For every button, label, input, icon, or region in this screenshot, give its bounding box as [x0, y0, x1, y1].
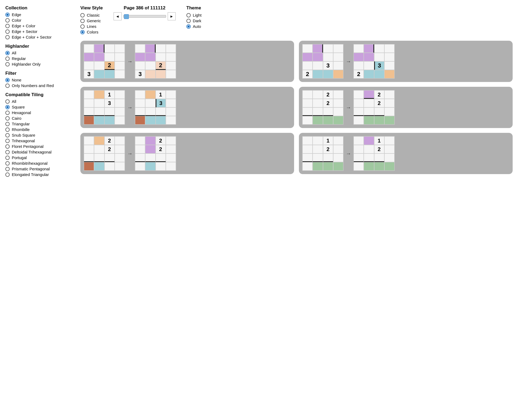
radio-tiling-portugal	[5, 156, 10, 160]
tiling-cairo[interactable]: Cairo	[5, 116, 75, 121]
cell	[166, 53, 176, 61]
collection-color-label: Color	[12, 18, 21, 22]
cell	[364, 145, 374, 153]
cell: 3	[104, 99, 115, 107]
cell: 3	[156, 99, 166, 107]
cell	[135, 116, 145, 125]
tiling-all[interactable]: All	[5, 99, 75, 104]
cell: 1	[374, 136, 384, 145]
radio-filter-none	[5, 78, 10, 82]
cell	[156, 153, 166, 162]
cell	[313, 162, 323, 171]
tiling-rhombitrihexagonal[interactable]: Rhombitrihexagonal	[5, 161, 75, 166]
cell	[166, 145, 176, 153]
cell	[104, 107, 115, 116]
cell	[323, 162, 333, 171]
cell	[115, 145, 125, 153]
prev-button[interactable]: ◄	[114, 12, 122, 20]
tiling-square-label: Square	[12, 105, 25, 109]
view-classic[interactable]: Classic	[80, 13, 103, 17]
cell	[104, 162, 115, 171]
tiling-snub-square-label: Snub Square	[12, 133, 35, 137]
view-lines[interactable]: Lines	[80, 24, 103, 29]
radio-edge-color-sector	[5, 35, 10, 39]
highlander-all[interactable]: All	[5, 51, 75, 55]
cell	[302, 99, 313, 107]
cell	[115, 116, 125, 125]
cell	[94, 162, 104, 171]
cell	[333, 145, 343, 153]
highlander-only[interactable]: Highlander Only	[5, 62, 75, 66]
puzzle-pair-3: 1 3 →	[84, 90, 176, 125]
tiling-portugal[interactable]: Portugal	[5, 155, 75, 160]
arrow-2: →	[346, 58, 351, 65]
tiling-elongated[interactable]: Elongated Triangular	[5, 172, 75, 177]
cell	[364, 90, 374, 99]
next-button[interactable]: ►	[168, 12, 176, 20]
view-generic[interactable]: Generic	[80, 18, 103, 23]
tiling-rhombille-label: Rhombille	[12, 127, 30, 132]
highlander-regular[interactable]: Regular	[5, 56, 75, 61]
cell	[166, 136, 176, 145]
puzzle-2-left: 3 2	[302, 44, 344, 79]
cell	[166, 153, 176, 162]
cell: 1	[156, 90, 166, 99]
cell: 2	[323, 145, 333, 153]
collection-edge[interactable]: Edge	[5, 12, 75, 17]
cell: 2	[156, 61, 166, 70]
collection-edge-color[interactable]: Edge + Color	[5, 24, 75, 28]
cell	[145, 61, 155, 70]
cell	[84, 99, 94, 107]
tiling-floret[interactable]: Floret Pentagonal	[5, 144, 75, 149]
cell	[384, 90, 395, 99]
radio-tiling-deltoidal	[5, 150, 10, 154]
view-style-title: View Style	[80, 5, 103, 11]
tiling-hexagonal-label: Hexagonal	[12, 110, 31, 115]
tiling-prismatic[interactable]: Prismatic Pentagonal	[5, 167, 75, 171]
tiling-snub-square[interactable]: Snub Square	[5, 133, 75, 137]
cell	[384, 153, 395, 162]
cell	[115, 90, 125, 99]
theme-dark[interactable]: Dark	[186, 18, 202, 23]
collection-edge-color-sector[interactable]: Edge + Color + Sector	[5, 35, 75, 39]
highlander-all-label: All	[12, 51, 16, 55]
page-slider-track[interactable]	[123, 15, 166, 18]
cell	[94, 145, 104, 153]
cell	[364, 70, 374, 78]
radio-edge	[5, 13, 10, 17]
cell	[364, 99, 374, 107]
tiling-deltoidal[interactable]: Deltoidal Trihexagonal	[5, 150, 75, 154]
puzzle-3-left: 1 3	[84, 90, 125, 125]
cell	[384, 99, 395, 107]
radio-tiling-square	[5, 105, 10, 109]
cell	[333, 153, 343, 162]
cell	[313, 99, 323, 107]
cell	[374, 162, 384, 171]
tiling-trihexagonal[interactable]: Trihexagonal	[5, 138, 75, 143]
cell	[374, 53, 384, 61]
filter-numbers-red[interactable]: Only Numbers and Red	[5, 83, 75, 88]
collection-color[interactable]: Color	[5, 18, 75, 22]
tiling-rhombille[interactable]: Rhombille	[5, 127, 75, 132]
cell	[302, 145, 313, 153]
theme-auto[interactable]: Auto	[186, 24, 202, 29]
cell	[333, 44, 343, 53]
tiling-square[interactable]: Square	[5, 105, 75, 109]
view-colors[interactable]: Colors	[80, 30, 103, 34]
cell	[354, 44, 364, 53]
collection-edge-sector[interactable]: Edge + Sector	[5, 29, 75, 34]
cell	[135, 99, 145, 107]
cell	[302, 44, 313, 53]
filter-none[interactable]: None	[5, 78, 75, 82]
theme-light[interactable]: Light	[186, 13, 202, 17]
cell	[354, 153, 364, 162]
cell	[302, 53, 313, 61]
tiling-triangular[interactable]: Triangular	[5, 122, 75, 126]
tiling-hexagonal[interactable]: Hexagonal	[5, 110, 75, 115]
filter-title: Filter	[5, 71, 75, 76]
cell	[354, 99, 364, 107]
cell	[302, 107, 313, 116]
radio-view-lines	[80, 24, 85, 29]
collection-edge-color-label: Edge + Color	[12, 24, 35, 28]
cell	[166, 61, 176, 70]
